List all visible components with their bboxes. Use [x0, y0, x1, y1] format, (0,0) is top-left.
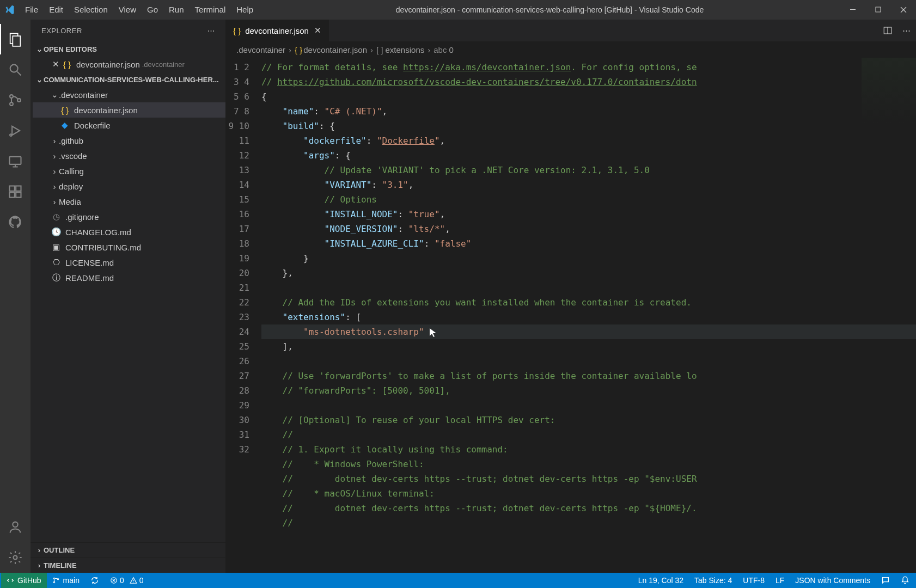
tree-folder-github[interactable]: ›.github [33, 133, 225, 148]
activity-github[interactable] [0, 207, 30, 237]
menu-view[interactable]: View [113, 0, 142, 20]
breadcrumb-item[interactable]: .devcontainer [236, 45, 285, 54]
status-cursor-position[interactable]: Ln 19, Col 32 [633, 573, 689, 588]
status-sync[interactable] [85, 573, 105, 588]
window-controls [841, 0, 916, 20]
menu-go[interactable]: Go [142, 0, 163, 20]
status-notifications-icon[interactable] [895, 573, 915, 588]
breadcrumb-item[interactable]: 0 [449, 45, 453, 54]
docker-icon: ◆ [59, 120, 71, 130]
menu-terminal[interactable]: Terminal [190, 0, 231, 20]
open-editors-header[interactable]: ⌄ OPEN EDITORS [30, 41, 225, 57]
activity-extensions[interactable] [0, 176, 30, 207]
tree-label: Calling [59, 167, 84, 176]
tree-label: deploy [59, 182, 83, 191]
activity-source-control[interactable] [0, 85, 30, 115]
chevron-right-icon: › [370, 45, 373, 54]
status-feedback-icon[interactable] [876, 573, 895, 588]
code-content[interactable]: // For format details, see https://aka.m… [261, 58, 916, 573]
breadcrumbs[interactable]: .devcontainer › { } devcontainer.json › … [225, 41, 916, 58]
activity-run-debug[interactable] [0, 115, 30, 146]
side-bar: EXPLORER ⋯ ⌄ OPEN EDITORS ✕ { } devconta… [30, 20, 225, 573]
sidebar-more-icon[interactable]: ⋯ [207, 27, 215, 35]
activity-search[interactable] [0, 54, 30, 85]
tree-file-license[interactable]: ⎔LICENSE.md [33, 255, 225, 270]
svg-rect-12 [16, 192, 21, 197]
more-actions-icon[interactable]: ⋯ [902, 26, 911, 35]
tree-file-devcontainer-json[interactable]: { }devcontainer.json [33, 102, 225, 118]
minimize-button[interactable] [841, 0, 866, 20]
breadcrumb-item[interactable]: extensions [386, 45, 425, 54]
svg-point-4 [10, 65, 18, 72]
tab-devcontainer-json[interactable]: { } devcontainer.json ✕ [225, 20, 329, 41]
activity-bar [0, 20, 30, 573]
activity-explorer[interactable] [0, 24, 30, 54]
chevron-right-icon: › [50, 167, 59, 176]
status-remote[interactable]: GitHub [1, 573, 47, 588]
svg-rect-9 [10, 157, 21, 164]
status-language[interactable]: JSON with Comments [790, 573, 876, 588]
activity-settings[interactable] [0, 542, 30, 573]
svg-rect-3 [13, 36, 20, 46]
tree-label: devcontainer.json [74, 106, 138, 115]
close-button[interactable] [891, 0, 916, 20]
timeline-header[interactable]: ›TIMELINE [30, 558, 225, 573]
minimap[interactable] [862, 58, 916, 123]
open-editor-item[interactable]: ✕ { } devcontainer.json .devcontainer [33, 57, 225, 72]
editor-tabs: { } devcontainer.json ✕ ⋯ [225, 20, 916, 41]
file-tree: ⌄.devcontainer { }devcontainer.json ◆Doc… [30, 87, 225, 542]
svg-point-8 [10, 134, 12, 136]
tree-folder-deploy[interactable]: ›deploy [33, 179, 225, 194]
menu-bar: File Edit Selection View Go Run Terminal… [20, 0, 259, 20]
tree-file-dockerfile[interactable]: ◆Dockerfile [33, 118, 225, 133]
svg-rect-0 [850, 9, 856, 10]
close-icon[interactable]: ✕ [50, 59, 61, 69]
tree-folder-vscode[interactable]: ›.vscode [33, 148, 225, 163]
tree-label: Media [59, 197, 81, 206]
tree-file-readme[interactable]: ⓘREADME.md [33, 270, 225, 285]
tree-file-contributing[interactable]: ▣CONTRIBUTING.md [33, 240, 225, 255]
breadcrumb-item[interactable]: devcontainer.json [303, 45, 367, 54]
status-eol[interactable]: LF [770, 573, 790, 588]
window-title: devcontainer.json - communication-servic… [259, 5, 841, 14]
svg-rect-10 [10, 186, 15, 191]
tree-folder-calling[interactable]: ›Calling [33, 163, 225, 179]
close-icon[interactable]: ✕ [314, 26, 321, 35]
svg-rect-13 [16, 186, 21, 191]
open-editors-list: ✕ { } devcontainer.json .devcontainer [30, 57, 225, 72]
tree-file-gitignore[interactable]: ◷.gitignore [33, 209, 225, 224]
workspace-label: COMMUNICATION-SERVICES-WEB-CALLING-HER..… [44, 76, 219, 84]
chevron-down-icon: ⌄ [35, 45, 44, 53]
open-editors-label: OPEN EDITORS [44, 45, 97, 53]
svg-point-7 [17, 99, 21, 102]
tree-file-changelog[interactable]: 🕓CHANGELOG.md [33, 224, 225, 240]
tree-folder-devcontainer[interactable]: ⌄.devcontainer [33, 87, 225, 102]
tree-label: CHANGELOG.md [65, 228, 131, 237]
tree-folder-media[interactable]: ›Media [33, 194, 225, 209]
svg-point-15 [14, 556, 17, 560]
menu-run[interactable]: Run [163, 0, 190, 20]
menu-file[interactable]: File [20, 0, 44, 20]
status-warnings: 0 [139, 576, 144, 585]
status-branch[interactable]: main [47, 573, 85, 588]
activity-remote-explorer[interactable] [0, 146, 30, 176]
split-editor-icon[interactable] [883, 26, 893, 35]
outline-label: OUTLINE [44, 546, 75, 554]
status-encoding[interactable]: UTF-8 [737, 573, 770, 588]
certificate-icon: ⎔ [50, 258, 62, 267]
maximize-button[interactable] [866, 0, 891, 20]
workspace-header[interactable]: ⌄ COMMUNICATION-SERVICES-WEB-CALLING-HER… [30, 72, 225, 87]
clock-icon: 🕓 [50, 227, 62, 237]
menu-selection[interactable]: Selection [69, 0, 113, 20]
status-problems[interactable]: 0 0 [105, 573, 149, 588]
code-editor[interactable]: 1 2 3 4 5 6 7 8 9 10 11 12 13 14 15 16 1… [225, 58, 916, 573]
markdown-icon: ▣ [50, 242, 62, 252]
outline-header[interactable]: ›OUTLINE [30, 542, 225, 558]
string-icon: abc [433, 45, 447, 54]
line-numbers: 1 2 3 4 5 6 7 8 9 10 11 12 13 14 15 16 1… [225, 58, 261, 573]
status-tab-size[interactable]: Tab Size: 4 [689, 573, 737, 588]
menu-edit[interactable]: Edit [44, 0, 69, 20]
activity-accounts[interactable] [0, 512, 30, 542]
json-icon: { } [233, 26, 241, 35]
menu-help[interactable]: Help [231, 0, 259, 20]
